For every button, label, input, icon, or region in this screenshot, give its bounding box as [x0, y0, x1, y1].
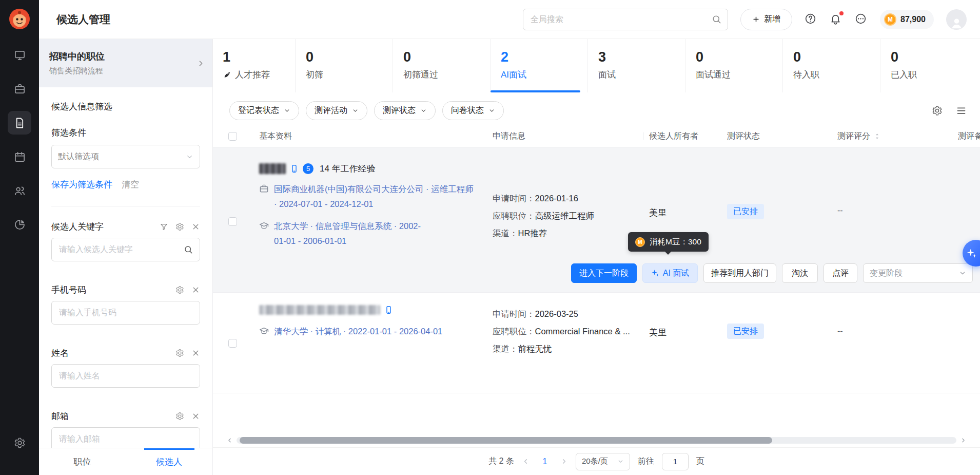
scrollbar-thumb[interactable] — [240, 437, 772, 444]
rail-item-reports[interactable] — [8, 213, 31, 236]
more-button[interactable] — [855, 13, 868, 26]
next-stage-button[interactable]: 进入下一阶段 — [571, 263, 637, 283]
chip-questionnaire-status[interactable]: 问卷状态 — [442, 101, 504, 120]
education-link[interactable]: 北京大学 · 信息管理与信息系统 · 2002-01-01 - 2006-01-… — [274, 219, 430, 249]
candidate-row[interactable]: 清华大学 · 计算机 · 2022-01-01 - 2026-04-01 申请时… — [213, 293, 980, 393]
next-page-icon[interactable] — [560, 458, 568, 465]
table-settings-gear-icon[interactable] — [932, 105, 943, 116]
stage-interview[interactable]: 3 面试 — [587, 39, 685, 92]
chip-assessment-activity[interactable]: 测评活动 — [306, 101, 367, 120]
gear-icon[interactable] — [175, 222, 184, 231]
name-input[interactable] — [51, 364, 200, 388]
rail-item-candidates[interactable] — [8, 111, 31, 135]
user-avatar[interactable] — [946, 9, 967, 30]
eliminate-button[interactable]: 淘汰 — [782, 263, 818, 283]
gear-icon[interactable] — [175, 412, 184, 421]
name-field-icons — [175, 349, 200, 357]
stage-interview-passed[interactable]: 0 面试通过 — [685, 39, 782, 92]
more-dots-icon — [855, 13, 867, 25]
search-icon[interactable] — [184, 245, 193, 254]
apply-channel-value: 前程无忧 — [518, 344, 552, 353]
tab-jobs[interactable]: 职位 — [39, 448, 126, 475]
job-flow-title: 招聘中的职位 — [49, 50, 197, 63]
chip-assessment-status[interactable]: 测评状态 — [374, 101, 436, 120]
row-checkbox[interactable] — [228, 339, 237, 348]
rail-item-calendar[interactable] — [8, 145, 31, 168]
close-icon[interactable] — [191, 412, 200, 421]
comment-button[interactable]: 点评 — [824, 263, 857, 283]
calendar-icon — [14, 151, 26, 163]
view-toggle-list-icon[interactable] — [956, 105, 967, 116]
users-icon — [14, 185, 26, 197]
clear-filter-link[interactable]: 清空 — [122, 179, 139, 191]
stage-count: 3 — [598, 49, 685, 65]
email-field-label: 邮箱 — [51, 410, 69, 422]
goto-page-input[interactable] — [662, 453, 689, 470]
change-stage-select[interactable]: 变更阶段 — [863, 263, 973, 283]
stage-screening[interactable]: 0 初筛 — [295, 39, 393, 92]
rail-item-settings[interactable] — [8, 431, 31, 454]
app-logo[interactable] — [9, 8, 30, 30]
filter-preset-select[interactable]: 默认筛选项 — [51, 145, 200, 168]
chip-label: 登记表状态 — [238, 105, 279, 116]
new-button-label: 新增 — [764, 14, 780, 25]
stage-pending-onboard[interactable]: 0 待入职 — [782, 39, 880, 92]
new-button[interactable]: 新增 — [740, 9, 792, 30]
candidate-name-redacted[interactable] — [259, 163, 286, 174]
candidate-row[interactable]: 5 14 年工作经验 国际商业机器(中国)有限公司大连分公司 · 运维工程师 ·… — [213, 147, 980, 293]
close-icon[interactable] — [191, 222, 200, 231]
phone-icon[interactable] — [290, 164, 299, 173]
current-page[interactable]: 1 — [537, 457, 553, 466]
stage-ai-interview[interactable]: 2 AI面试 — [490, 39, 587, 92]
filter-sidebar: 招聘中的职位 销售类招聘流程 候选人信息筛选 筛选条件 默认筛选项 保存为筛选条… — [39, 39, 213, 475]
global-search-input[interactable] — [523, 9, 728, 30]
coin-balance[interactable]: M 87,900 — [880, 10, 934, 29]
tab-jobs-label: 职位 — [74, 456, 91, 468]
rail-item-jobs[interactable] — [8, 77, 31, 101]
email-input[interactable] — [51, 427, 200, 448]
funnel-icon[interactable] — [160, 222, 168, 231]
page-size-select[interactable]: 20条/页 — [576, 453, 630, 470]
chip-registration-status[interactable]: 登记表状态 — [229, 101, 299, 120]
notifications-button[interactable] — [830, 13, 842, 26]
stage-count: 0 — [793, 49, 880, 65]
rail-item-contacts[interactable] — [8, 179, 31, 202]
phone-input[interactable] — [51, 301, 200, 325]
stage-screening-passed[interactable]: 0 初筛通过 — [393, 39, 490, 92]
scroll-right-icon[interactable] — [960, 437, 967, 444]
rail-item-dashboard[interactable] — [8, 43, 31, 67]
stage-onboarded[interactable]: 0 已入职 — [880, 39, 977, 92]
phone-icon[interactable] — [384, 306, 393, 314]
tab-candidates[interactable]: 候选人 — [126, 448, 212, 475]
row-checkbox[interactable] — [228, 217, 237, 226]
name-field-label: 姓名 — [51, 347, 69, 359]
candidate-name-redacted[interactable] — [259, 305, 380, 315]
active-job-flow[interactable]: 招聘中的职位 销售类招聘流程 — [39, 39, 212, 87]
work-history-link[interactable]: 国际商业机器(中国)有限公司大连分公司 · 运维工程师 · 2024-07-01… — [274, 182, 474, 212]
apply-position-row: 应聘职位：Commercial Finance & ... — [493, 322, 649, 340]
stage-talent-recommend[interactable]: 1 人才推荐 — [223, 39, 295, 92]
gear-icon[interactable] — [175, 286, 184, 294]
apply-position-value: 高级运维工程师 — [535, 211, 595, 220]
keyword-input[interactable] — [51, 238, 200, 261]
apply-time-row: 申请时间：2026-01-16 — [493, 189, 649, 207]
sort-icon[interactable] — [873, 132, 881, 140]
help-button[interactable] — [805, 13, 817, 26]
question-icon — [805, 13, 816, 25]
close-icon[interactable] — [191, 286, 200, 294]
sidebar-tabs: 职位 候选人 — [39, 448, 212, 475]
ai-interview-button[interactable]: AI 面试 — [642, 263, 698, 283]
recommend-button[interactable]: 推荐到用人部门 — [703, 263, 776, 283]
search-icon[interactable] — [712, 14, 721, 24]
close-icon[interactable] — [191, 349, 200, 357]
pagination-footer: 共 2 条 1 20条/页 前往 页 — [213, 447, 980, 475]
prev-page-icon[interactable] — [522, 458, 530, 465]
save-filter-link[interactable]: 保存为筛选条件 — [51, 179, 112, 191]
experience-text: 14 年工作经验 — [320, 163, 376, 175]
gear-icon[interactable] — [175, 349, 184, 357]
apply-time-label: 申请时间： — [493, 309, 535, 318]
scrollbar-track[interactable] — [237, 437, 956, 444]
education-link[interactable]: 清华大学 · 计算机 · 2022-01-01 - 2026-04-01 — [274, 324, 442, 339]
select-all-checkbox[interactable] — [228, 132, 237, 141]
scroll-left-icon[interactable] — [226, 437, 233, 444]
